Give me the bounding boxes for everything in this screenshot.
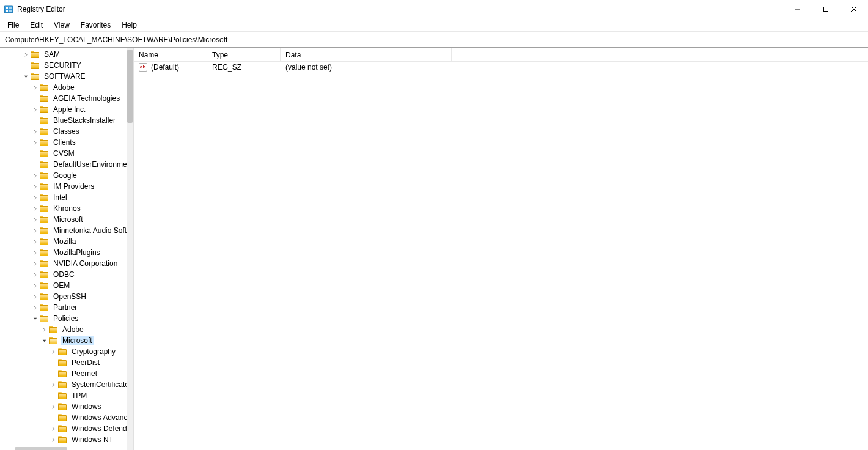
chevron-right-icon[interactable]	[30, 182, 40, 191]
chevron-right-icon[interactable]	[48, 424, 58, 433]
tree-item[interactable]: Windows Advanced Threat Protection	[0, 412, 127, 423]
folder-icon	[58, 380, 68, 389]
tree-item[interactable]: BlueStacksInstaller	[0, 115, 127, 126]
chevron-right-icon[interactable]	[39, 325, 49, 334]
value-row[interactable]: (Default)REG_SZ(value not set)	[134, 62, 868, 73]
tree-item[interactable]: Apple Inc.	[0, 104, 127, 115]
scrollbar-thumb[interactable]	[127, 50, 133, 123]
chevron-right-icon[interactable]	[30, 171, 40, 180]
tree-item-label: OpenSSH	[52, 292, 87, 301]
chevron-right-icon[interactable]	[30, 292, 40, 301]
tree-item-label: TPM	[70, 391, 88, 400]
chevron-right-icon[interactable]	[30, 215, 40, 224]
maximize-button[interactable]	[812, 0, 840, 18]
regedit-icon	[4, 4, 13, 14]
minimize-button[interactable]	[784, 0, 812, 18]
column-name[interactable]: Name	[134, 48, 207, 61]
chevron-right-icon[interactable]	[48, 347, 58, 356]
tree-item[interactable]: Adobe	[0, 82, 127, 93]
tree-item-label: NVIDIA Corporation	[52, 259, 119, 268]
list-body[interactable]: (Default)REG_SZ(value not set)	[134, 62, 868, 73]
chevron-down-icon[interactable]	[30, 314, 40, 323]
menu-file[interactable]: File	[2, 20, 24, 31]
svg-rect-1	[6, 7, 8, 9]
tree-item[interactable]: MozillaPlugins	[0, 247, 127, 258]
tree-item[interactable]: AGEIA Technologies	[0, 93, 127, 104]
tree-item[interactable]: OEM	[0, 280, 127, 291]
tree-item[interactable]: SystemCertificates	[0, 379, 127, 390]
chevron-right-icon[interactable]	[30, 281, 40, 290]
folder-icon	[31, 72, 40, 81]
folder-icon	[40, 127, 50, 136]
tree-item[interactable]: Adobe	[0, 324, 127, 335]
chevron-right-icon[interactable]	[48, 380, 58, 389]
menu-favorites[interactable]: Favorites	[76, 20, 116, 31]
column-data[interactable]: Data	[281, 48, 452, 61]
tree-item-label: Clients	[52, 138, 77, 147]
folder-icon	[40, 105, 50, 114]
folder-icon	[58, 424, 68, 433]
chevron-right-icon[interactable]	[30, 248, 40, 257]
tree-item[interactable]: Cryptography	[0, 346, 127, 357]
address-bar[interactable]: Computer\HKEY_LOCAL_MACHINE\SOFTWARE\Pol…	[0, 32, 868, 48]
tree-item[interactable]: OpenSSH	[0, 291, 127, 302]
chevron-right-icon[interactable]	[30, 193, 40, 202]
chevron-right-icon[interactable]	[30, 127, 40, 136]
tree-item[interactable]: PeerDist	[0, 357, 127, 368]
tree-item[interactable]: NVIDIA Corporation	[0, 258, 127, 269]
menu-view[interactable]: View	[49, 20, 75, 31]
chevron-right-icon[interactable]	[30, 83, 40, 92]
tree-item[interactable]: Policies	[0, 313, 127, 324]
horizontal-scrollbar-thumb[interactable]	[15, 447, 67, 450]
tree-item[interactable]: Microsoft	[0, 335, 127, 346]
tree-item[interactable]: Windows NT	[0, 434, 127, 445]
tree-item[interactable]: TPM	[0, 390, 127, 401]
chevron-right-icon[interactable]	[30, 270, 40, 279]
tree-item[interactable]: Khronos	[0, 203, 127, 214]
chevron-right-icon[interactable]	[30, 105, 40, 114]
tree-item-label: Windows NT	[70, 435, 114, 444]
tree-item[interactable]: Intel	[0, 192, 127, 203]
tree-item-label: BlueStacksInstaller	[52, 116, 117, 125]
tree-item[interactable]: DefaultUserEnvironment	[0, 159, 127, 170]
tree-item[interactable]: Google	[0, 170, 127, 181]
chevron-right-icon[interactable]	[48, 435, 58, 444]
chevron-right-icon[interactable]	[30, 226, 40, 235]
folder-icon	[58, 402, 68, 411]
chevron-right-icon[interactable]	[30, 303, 40, 312]
tree-item-label: SECURITY	[43, 61, 83, 70]
menu-edit[interactable]: Edit	[25, 20, 48, 31]
tree-item[interactable]: CVSM	[0, 148, 127, 159]
chevron-right-icon[interactable]	[30, 237, 40, 246]
chevron-right-icon[interactable]	[30, 259, 40, 268]
chevron-right-icon[interactable]	[21, 50, 31, 59]
tree-item[interactable]: Mozilla	[0, 236, 127, 247]
column-type[interactable]: Type	[207, 48, 281, 61]
chevron-right-icon[interactable]	[30, 138, 40, 147]
tree-item[interactable]: SAM	[0, 49, 127, 60]
chevron-right-icon[interactable]	[48, 402, 58, 411]
tree-item[interactable]: Minnetonka Audio Software	[0, 225, 127, 236]
tree-item[interactable]: Classes	[0, 126, 127, 137]
tree-item-label: IM Providers	[52, 182, 95, 191]
tree-item[interactable]: Peernet	[0, 368, 127, 379]
chevron-right-icon[interactable]	[30, 204, 40, 213]
menu-help[interactable]: Help	[117, 20, 142, 31]
vertical-scrollbar[interactable]	[127, 48, 133, 450]
tree-item[interactable]: Windows Defender	[0, 423, 127, 434]
tree-item[interactable]: SOFTWARE	[0, 71, 127, 82]
tree-item[interactable]: Partner	[0, 302, 127, 313]
close-button[interactable]	[840, 0, 868, 18]
tree-item[interactable]: IM Providers	[0, 181, 127, 192]
tree-item[interactable]: Windows	[0, 401, 127, 412]
tree-item[interactable]: SECURITY	[0, 60, 127, 71]
tree-item[interactable]: Microsoft	[0, 214, 127, 225]
svg-rect-0	[4, 6, 13, 13]
tree-item[interactable]: ODBC	[0, 269, 127, 280]
chevron-down-icon[interactable]	[39, 336, 49, 345]
registry-tree[interactable]: SAMSECURITYSOFTWAREAdobeAGEIA Technologi…	[0, 48, 127, 445]
chevron-down-icon[interactable]	[21, 72, 31, 81]
list-header: Name Type Data	[134, 48, 868, 62]
folder-icon	[49, 336, 59, 345]
tree-item[interactable]: Clients	[0, 137, 127, 148]
